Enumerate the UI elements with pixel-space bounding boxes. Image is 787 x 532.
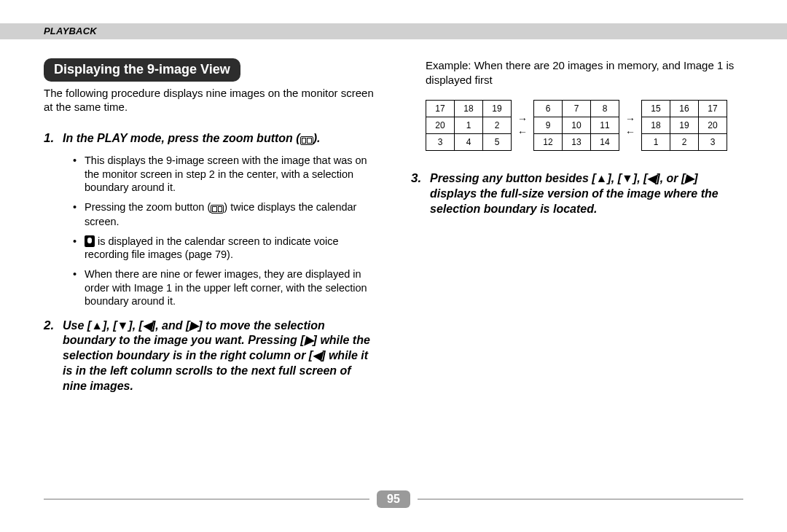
- step-3-text: Pressing any button besides [▲], [▼], [◀…: [430, 171, 743, 216]
- zoom-out-icon: [300, 133, 313, 148]
- content-columns: Displaying the 9-image View The followin…: [44, 58, 743, 400]
- left-column: Displaying the 9-image View The followin…: [44, 58, 376, 400]
- voice-recording-icon: [85, 235, 95, 247]
- cell: 19: [483, 101, 512, 117]
- cell: 19: [670, 117, 699, 134]
- bullet-3-text: is displayed in the calendar screen to i…: [85, 235, 376, 262]
- cell: 2: [670, 134, 699, 151]
- footer-rule-right: [418, 498, 743, 500]
- footer-rule-left: [44, 498, 369, 500]
- cell: 1: [455, 117, 483, 134]
- cell: 6: [534, 101, 563, 117]
- cell: 2: [483, 117, 512, 134]
- grid-1: 171819 2012 345: [426, 100, 512, 151]
- page-footer: 95: [44, 490, 743, 509]
- section-title: Displaying the 9-image View: [44, 58, 240, 82]
- arrow-left-icon: ←: [517, 127, 528, 137]
- bullet-2-text: Pressing the zoom button () twice displa…: [85, 200, 376, 229]
- step-2: 2. Use [▲], [▼], [◀], and [▶] to move th…: [44, 318, 376, 394]
- cell: 1: [642, 134, 670, 151]
- cell: 12: [534, 134, 563, 151]
- cell: 10: [563, 117, 591, 134]
- example-text: Example: When there are 20 images in mem…: [426, 58, 743, 87]
- cell: 5: [483, 134, 512, 151]
- header-band: [0, 23, 787, 39]
- cell: 11: [591, 117, 619, 134]
- step-3-number: 3.: [411, 171, 426, 216]
- bullet-4-text: When there are nine or fewer images, the…: [85, 267, 376, 308]
- bullet-2-text-a: Pressing the zoom button (: [85, 201, 211, 213]
- zoom-out-icon: [211, 202, 224, 216]
- grid-3: 151617 181920 123: [641, 100, 727, 151]
- cell: 20: [426, 117, 455, 134]
- bullet-3: • is displayed in the calendar screen to…: [73, 235, 376, 262]
- arrow-pair-1: → ←: [517, 114, 528, 137]
- cell: 7: [563, 101, 591, 117]
- cell: 8: [591, 101, 619, 117]
- bullet-dot: •: [73, 154, 80, 195]
- cell: 18: [642, 117, 670, 134]
- step-1-number: 1.: [44, 131, 58, 148]
- bullet-2: • Pressing the zoom button () twice disp…: [73, 200, 376, 229]
- bullet-dot: •: [73, 235, 80, 262]
- right-column: Example: When there are 20 images in mem…: [411, 58, 743, 400]
- bullet-dot: •: [73, 200, 80, 229]
- cell: 20: [699, 117, 727, 134]
- bullet-dot: •: [73, 267, 80, 308]
- arrow-right-icon: →: [625, 114, 635, 124]
- arrow-left-icon: ←: [625, 127, 635, 137]
- step-1-text: In the PLAY mode, press the zoom button …: [63, 131, 320, 148]
- cell: 17: [426, 101, 455, 117]
- cell: 9: [534, 117, 563, 134]
- cell: 3: [699, 134, 727, 151]
- example-grids: 171819 2012 345 → ← 678 91011 121314 → ←…: [426, 100, 743, 151]
- page-number: 95: [377, 490, 410, 508]
- cell: 18: [455, 101, 483, 117]
- cell: 15: [642, 101, 670, 117]
- arrow-right-icon: →: [517, 114, 528, 124]
- section-header: PLAYBACK: [44, 23, 97, 39]
- intro-text: The following procedure displays nine im…: [44, 86, 376, 114]
- bullet-3-text-content: is displayed in the calendar screen to i…: [85, 235, 339, 261]
- cell: 3: [426, 134, 455, 151]
- step-2-text: Use [▲], [▼], [◀], and [▶] to move the s…: [63, 318, 376, 394]
- step-2-number: 2.: [44, 318, 58, 394]
- cell: 16: [670, 101, 699, 117]
- example-label: Example:: [426, 59, 471, 71]
- bullet-1: • This displays the 9-image screen with …: [73, 154, 376, 195]
- cell: 13: [563, 134, 591, 151]
- cell: 17: [699, 101, 727, 117]
- step-1-text-b: ).: [313, 132, 321, 144]
- grid-2: 678 91011 121314: [533, 100, 619, 151]
- example-body: When there are 20 images in memory, and …: [426, 59, 734, 86]
- step-1-text-a: In the PLAY mode, press the zoom button …: [63, 132, 300, 144]
- cell: 4: [455, 134, 483, 151]
- bullet-4: • When there are nine or fewer images, t…: [73, 267, 376, 308]
- arrow-pair-2: → ←: [625, 114, 635, 137]
- step-1: 1. In the PLAY mode, press the zoom butt…: [44, 131, 376, 148]
- bullet-1-text: This displays the 9-image screen with th…: [85, 154, 376, 195]
- step-3: 3. Pressing any button besides [▲], [▼],…: [411, 171, 743, 216]
- step-1-bullets: • This displays the 9-image screen with …: [73, 154, 376, 308]
- cell: 14: [591, 134, 619, 151]
